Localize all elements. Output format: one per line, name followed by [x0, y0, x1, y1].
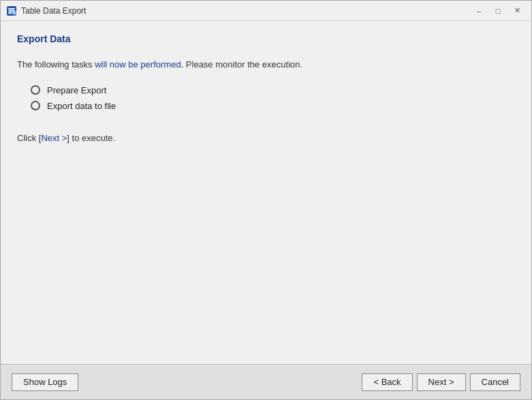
next-button[interactable]: Next >: [417, 373, 466, 391]
instruction-part1: Click [: [17, 133, 41, 143]
task-label-1: Prepare Export: [47, 85, 106, 95]
maximize-button[interactable]: □: [489, 4, 507, 18]
instruction-next: Next >: [41, 133, 67, 143]
footer-left: Show Logs: [12, 373, 362, 391]
radio-prepare-export: [31, 85, 40, 95]
tasks-list: Prepare Export Export data to file: [31, 85, 515, 117]
titlebar: Table Data Export – □ ✕: [1, 1, 531, 21]
cancel-button[interactable]: Cancel: [470, 373, 520, 391]
instruction-part2: ] to execute.: [67, 133, 115, 143]
window-controls: – □ ✕: [470, 4, 526, 18]
close-button[interactable]: ✕: [508, 4, 526, 18]
window-title: Table Data Export: [21, 6, 470, 16]
main-window: Table Data Export – □ ✕ Export Data The …: [0, 0, 532, 400]
content-area: Export Data The following tasks will now…: [1, 21, 531, 364]
footer-right: < Back Next > Cancel: [362, 373, 520, 391]
description-part1: The following tasks: [17, 59, 95, 70]
app-icon: [6, 5, 17, 16]
svg-rect-1: [8, 8, 15, 10]
description-part2: . Please monitor the execution.: [181, 59, 303, 70]
back-button[interactable]: < Back: [362, 373, 412, 391]
instruction-text: Click [Next >] to execute.: [17, 133, 515, 143]
footer: Show Logs < Back Next > Cancel: [1, 364, 531, 399]
minimize-button[interactable]: –: [470, 4, 488, 18]
task-item-2: Export data to file: [31, 101, 515, 111]
show-logs-button[interactable]: Show Logs: [12, 373, 78, 391]
task-item-1: Prepare Export: [31, 85, 515, 95]
section-title: Export Data: [17, 33, 515, 44]
svg-rect-3: [8, 12, 12, 14]
task-label-2: Export data to file: [47, 101, 116, 111]
description-highlight: will now be performed: [95, 59, 181, 70]
description-text: The following tasks will now be performe…: [17, 58, 515, 72]
radio-export-data: [31, 101, 40, 110]
content-spacer: [17, 157, 515, 365]
